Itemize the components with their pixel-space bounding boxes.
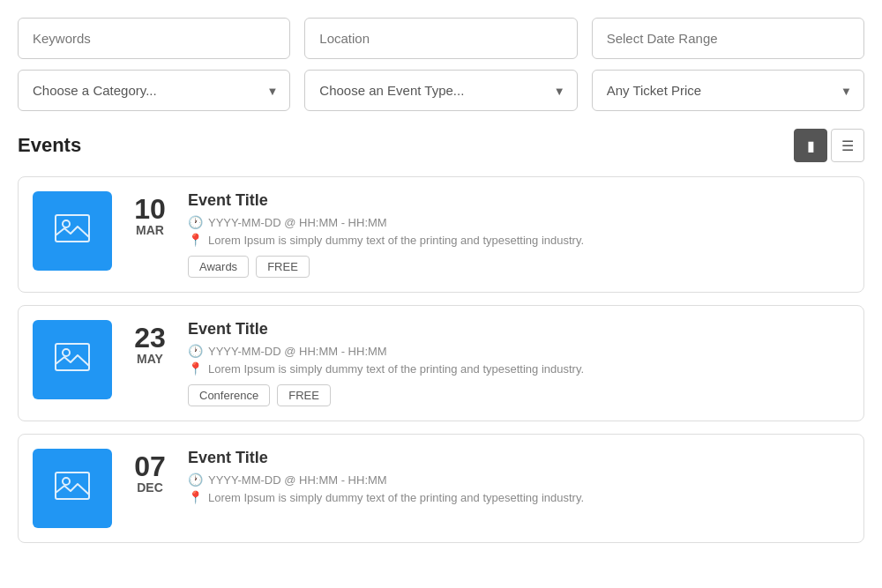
date-range-input[interactable] <box>592 18 864 59</box>
clock-icon: 🕐 <box>188 473 203 487</box>
event-title: Event Title <box>188 320 849 339</box>
grid-icon: ▮ <box>807 138 815 154</box>
event-month: MAR <box>136 223 164 237</box>
event-info: Event Title 🕐 YYYY-MM-DD @ HH:MM - HH:MM… <box>188 191 849 278</box>
location-input[interactable] <box>304 18 577 59</box>
events-list: 10 MAR Event Title 🕐 YYYY-MM-DD @ HH:MM … <box>18 176 864 543</box>
event-location: 📍 Lorem Ipsum is simply dummy text of th… <box>188 490 849 504</box>
event-title: Event Title <box>188 449 849 467</box>
events-title: Events <box>18 134 81 157</box>
ticket-price-select[interactable]: Any Ticket Price <box>592 70 864 111</box>
event-tag: Awards <box>188 256 249 278</box>
event-card: 10 MAR Event Title 🕐 YYYY-MM-DD @ HH:MM … <box>18 176 864 293</box>
event-location: 📍 Lorem Ipsum is simply dummy text of th… <box>188 361 849 376</box>
event-date: 07 DEC <box>128 449 172 495</box>
svg-rect-0 <box>56 215 89 242</box>
event-time: 🕐 YYYY-MM-DD @ HH:MM - HH:MM <box>188 344 849 358</box>
event-date: 10 MAR <box>128 191 172 237</box>
clock-icon: 🕐 <box>188 215 203 229</box>
event-info: Event Title 🕐 YYYY-MM-DD @ HH:MM - HH:MM… <box>188 449 849 513</box>
event-info: Event Title 🕐 YYYY-MM-DD @ HH:MM - HH:MM… <box>188 320 849 406</box>
event-type-dropdown-wrapper: Choose an Event Type... ▼ <box>304 70 577 111</box>
svg-rect-2 <box>56 344 89 370</box>
event-image <box>33 449 112 528</box>
event-time: 🕐 YYYY-MM-DD @ HH:MM - HH:MM <box>188 473 849 487</box>
event-tags: ConferenceFREE <box>188 384 849 406</box>
events-header: Events ▮ ☰ <box>18 129 864 162</box>
event-month: DEC <box>137 480 163 495</box>
event-location: 📍 Lorem Ipsum is simply dummy text of th… <box>188 233 849 247</box>
pin-icon: 📍 <box>188 490 203 504</box>
grid-view-button[interactable]: ▮ <box>794 129 827 162</box>
category-dropdown-wrapper: Choose a Category... ▼ <box>18 70 290 111</box>
svg-point-1 <box>63 220 70 227</box>
event-title: Event Title <box>188 191 849 210</box>
event-day: 23 <box>134 324 166 352</box>
image-placeholder-icon <box>55 472 90 506</box>
ticket-price-dropdown-wrapper: Any Ticket Price ▼ <box>592 70 864 111</box>
event-location-text: Lorem Ipsum is simply dummy text of the … <box>208 491 584 504</box>
event-datetime: YYYY-MM-DD @ HH:MM - HH:MM <box>208 345 387 358</box>
svg-point-5 <box>63 478 70 485</box>
event-time: 🕐 YYYY-MM-DD @ HH:MM - HH:MM <box>188 215 849 229</box>
pin-icon: 📍 <box>188 233 203 247</box>
event-tag: Conference <box>188 384 270 406</box>
event-location-text: Lorem Ipsum is simply dummy text of the … <box>208 234 584 247</box>
svg-point-3 <box>63 349 70 356</box>
event-month: MAY <box>137 352 163 366</box>
event-datetime: YYYY-MM-DD @ HH:MM - HH:MM <box>208 473 387 487</box>
search-row-1 <box>18 18 864 59</box>
list-icon: ☰ <box>841 138 854 154</box>
event-type-select[interactable]: Choose an Event Type... <box>304 70 577 111</box>
event-tags: AwardsFREE <box>188 256 849 278</box>
clock-icon: 🕐 <box>188 344 203 358</box>
category-select[interactable]: Choose a Category... <box>18 70 290 111</box>
event-card: 23 MAY Event Title 🕐 YYYY-MM-DD @ HH:MM … <box>18 305 864 421</box>
pin-icon: 📍 <box>188 361 203 376</box>
svg-rect-4 <box>56 473 89 499</box>
image-placeholder-icon <box>55 214 90 249</box>
image-placeholder-icon <box>55 343 90 377</box>
keywords-input[interactable] <box>18 18 290 59</box>
event-tag: FREE <box>277 384 331 406</box>
event-day: 07 <box>134 452 166 480</box>
event-date: 23 MAY <box>128 320 172 366</box>
filter-row: Choose a Category... ▼ Choose an Event T… <box>18 70 864 111</box>
event-location-text: Lorem Ipsum is simply dummy text of the … <box>208 362 584 376</box>
list-view-button[interactable]: ☰ <box>831 129 864 162</box>
event-card: 07 DEC Event Title 🕐 YYYY-MM-DD @ HH:MM … <box>18 434 864 543</box>
event-tag: FREE <box>256 256 310 278</box>
event-image <box>33 320 112 399</box>
event-day: 10 <box>134 195 166 223</box>
event-image <box>33 191 112 271</box>
event-datetime: YYYY-MM-DD @ HH:MM - HH:MM <box>208 216 387 229</box>
view-toggle: ▮ ☰ <box>794 129 864 162</box>
